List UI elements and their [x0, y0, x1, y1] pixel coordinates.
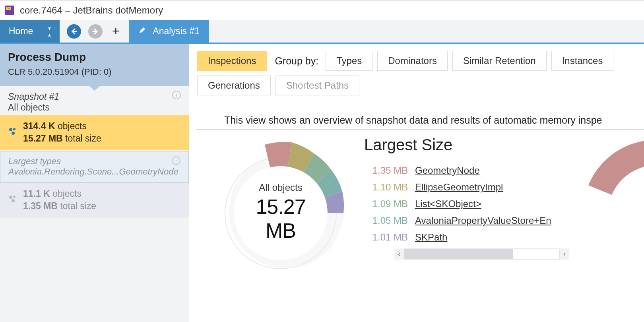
svg-point-8 [13, 128, 16, 130]
new-analysis-button[interactable]: + [110, 24, 122, 39]
svg-text:i: i [175, 158, 177, 164]
item-name[interactable]: GeometryNode [415, 165, 480, 176]
item-size: 1.35 MB [364, 165, 408, 176]
svg-point-9 [12, 132, 15, 135]
window-title: core.7464 – JetBrains dotMemory [20, 5, 163, 16]
list-item: 1.09 MB List<SKObject> [364, 198, 576, 209]
largest-types-card[interactable]: Largest types Avalonia.Rendering.Scene..… [0, 151, 189, 183]
toolbar: Home ▾▴ + Analysis #1 [0, 20, 644, 44]
home-label: Home [9, 26, 33, 37]
tab-dominators[interactable]: Dominators [377, 51, 448, 71]
tab-similar-retention[interactable]: Similar Retention [452, 51, 547, 71]
item-size: 1.10 MB [364, 182, 408, 193]
arrow-right-icon [91, 27, 99, 35]
process-dump-title: Process Dump [8, 51, 181, 64]
donut-chart: All objects 15.27 MB [201, 134, 360, 285]
secondary-card-lines: 11.1 K objects 1.35 MB total size [23, 188, 96, 211]
pencil-icon [138, 26, 146, 37]
snapshot-name: Snapshot #1 [8, 91, 181, 102]
active-card-lines: 314.4 K objects 15.27 MB total size [23, 121, 101, 144]
list-item: 1.10 MB EllipseGeometryImpl [364, 182, 576, 193]
secondary-count-label: objects [52, 188, 81, 199]
charts-area: All objects 15.27 MB Largest Size 1.35 M… [189, 130, 644, 285]
donut-center: All objects 15.27 MB [241, 182, 320, 242]
item-size: 1.05 MB [364, 215, 408, 226]
tab-generations[interactable]: Generations [197, 76, 271, 95]
scroll-track[interactable] [404, 248, 560, 260]
secondary-count: 11.1 K [23, 188, 50, 199]
home-button[interactable]: Home ▾▴ [0, 20, 60, 43]
info-icon[interactable]: i [172, 156, 180, 167]
largest-types-stats[interactable]: 11.1 K objects 1.35 MB total size [0, 183, 189, 218]
largest-types-sub: Avalonia.Rendering.Scene...GeometryNode [8, 167, 180, 177]
content: Inspections Group by: Types Dominators S… [189, 44, 644, 322]
nav-group: + [60, 20, 129, 43]
largest-types-title: Largest types [8, 156, 180, 167]
svg-point-14 [12, 199, 15, 202]
active-size-label: total size [65, 133, 101, 144]
svg-point-13 [13, 196, 16, 198]
arrow-left-icon [70, 27, 78, 35]
main: Process Dump CLR 5.0.20.51904 (PID: 0) S… [0, 44, 644, 322]
view-description: This view shows an overview of snapshot … [196, 103, 644, 130]
active-count: 314.4 K [23, 121, 55, 131]
snapshot-scope: All objects [8, 102, 181, 113]
svg-point-12 [9, 196, 12, 199]
item-size: 1.01 MB [364, 232, 408, 243]
tabs: Inspections Group by: Types Dominators S… [189, 51, 644, 95]
analysis-label: Analysis #1 [153, 26, 200, 37]
list-item: 1.01 MB SKPath [364, 232, 576, 243]
process-dump-sub: CLR 5.0.20.51904 (PID: 0) [8, 67, 181, 77]
item-name[interactable]: AvaloniaPropertyValueStore+En [415, 215, 551, 226]
scroll-right-button[interactable]: › [560, 248, 569, 260]
horizontal-scrollbar[interactable]: ‹ › [394, 248, 569, 260]
largest-size-title: Largest Size [364, 136, 576, 154]
tab-shortest-paths[interactable]: Shortest Paths [275, 76, 359, 95]
objects-icon [8, 194, 17, 206]
svg-text:i: i [176, 92, 177, 98]
item-name[interactable]: EllipseGeometryImpl [415, 182, 503, 193]
sidebar: Process Dump CLR 5.0.20.51904 (PID: 0) S… [0, 44, 189, 322]
scroll-left-button[interactable]: ‹ [394, 248, 404, 260]
secondary-size: 1.35 MB [23, 201, 58, 211]
pointer-icon [89, 86, 100, 91]
forward-button[interactable] [88, 24, 103, 39]
tab-types[interactable]: Types [326, 51, 372, 71]
app-icon: DM [4, 5, 15, 16]
item-name[interactable]: List<SKObject> [415, 198, 481, 209]
secondary-size-label: total size [60, 201, 96, 211]
analysis-tab[interactable]: Analysis #1 [129, 20, 209, 43]
group-by-label: Group by: [275, 55, 318, 67]
scroll-thumb[interactable] [404, 249, 513, 259]
info-icon[interactable]: i [172, 91, 181, 102]
largest-size-panel: Largest Size 1.35 MB GeometryNode 1.10 M… [364, 134, 576, 285]
titlebar: DM core.7464 – JetBrains dotMemory [0, 0, 644, 20]
svg-point-7 [9, 128, 12, 131]
active-snapshot-card[interactable]: 314.4 K objects 15.27 MB total size [0, 115, 189, 150]
donut-label: All objects [241, 182, 320, 193]
list-item: 1.05 MB AvaloniaPropertyValueStore+En [364, 215, 576, 226]
tab-inspections[interactable]: Inspections [197, 51, 267, 71]
objects-icon [8, 126, 17, 138]
svg-text:DM: DM [7, 7, 10, 10]
tab-instances[interactable]: Instances [551, 51, 614, 71]
list-item: 1.35 MB GeometryNode [364, 165, 576, 176]
active-size: 15.27 MB [23, 133, 63, 144]
chevron-down-icon: ▾▴ [48, 25, 51, 38]
back-button[interactable] [67, 24, 81, 39]
active-count-label: objects [58, 121, 87, 131]
item-size: 1.09 MB [364, 198, 408, 209]
donut-value: 15.27 MB [241, 195, 320, 242]
item-name[interactable]: SKPath [415, 232, 447, 243]
sidebar-header: Process Dump CLR 5.0.20.51904 (PID: 0) [0, 44, 189, 86]
secondary-donut [580, 134, 644, 285]
